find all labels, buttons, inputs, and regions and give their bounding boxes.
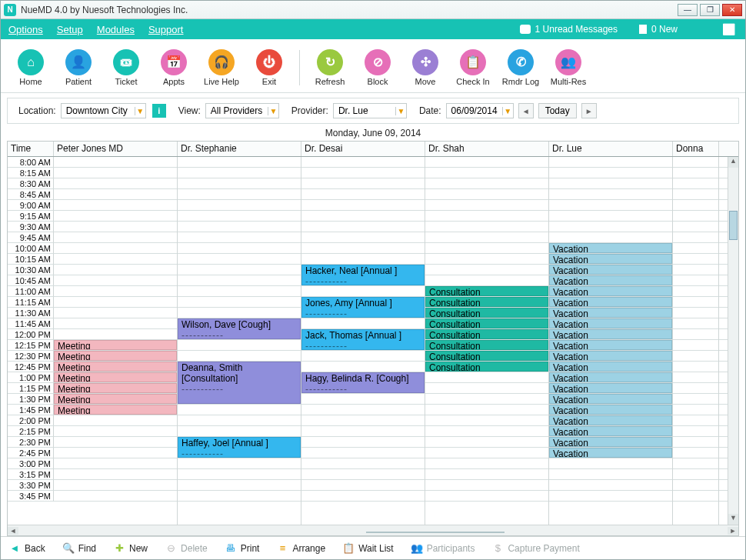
appointment[interactable]: Consultation	[425, 318, 548, 328]
scroll-right-icon[interactable]: ►	[728, 527, 738, 535]
appointment[interactable]: Vacation	[549, 265, 672, 275]
appointment[interactable]: Meeting	[54, 351, 177, 361]
tool-home[interactable]: ⌂Home	[8, 49, 53, 86]
appointment[interactable]: Haffey, Joel [Annual ]-----------	[178, 437, 301, 458]
date-next-button[interactable]: ►	[581, 103, 597, 118]
tool-multi-res[interactable]: 👥Multi-Res	[546, 49, 591, 86]
appointment[interactable]: Meeting	[54, 372, 177, 382]
appointment[interactable]: Meeting	[54, 405, 177, 415]
new-documents[interactable]: 0 New	[639, 24, 678, 35]
view-combo[interactable]: All Providers ▼	[205, 103, 279, 118]
today-button[interactable]: Today	[538, 103, 577, 118]
appointment[interactable]: Vacation	[549, 254, 672, 264]
menu-options[interactable]: Options	[8, 24, 43, 35]
action-new[interactable]: ✚New	[113, 542, 148, 555]
appointment[interactable]: Meeting	[54, 383, 177, 393]
close-button[interactable]: ✕	[722, 4, 742, 16]
appointment-label: Vacation	[553, 362, 588, 372]
appointment[interactable]: Consultation	[425, 351, 548, 361]
appointment[interactable]: Vacation	[549, 372, 672, 382]
appointment[interactable]: Vacation	[549, 275, 672, 285]
tool-refresh[interactable]: ↻Refresh	[308, 49, 352, 86]
appointment[interactable]: Consultation	[425, 286, 548, 296]
appointment[interactable]: Vacation	[549, 426, 672, 436]
appointment[interactable]: Vacation	[549, 383, 672, 393]
chevron-down-icon[interactable]: ▼	[502, 107, 513, 115]
appointment[interactable]: Vacation	[549, 405, 672, 415]
appointment[interactable]: Vacation	[549, 437, 672, 447]
vertical-scrollbar[interactable]: ▲ ▼	[728, 157, 738, 525]
tool-rmdr-log[interactable]: ✆Rmdr Log	[498, 49, 543, 86]
appointment[interactable]: Consultation	[425, 362, 548, 372]
chevron-down-icon[interactable]: ▼	[268, 107, 278, 115]
appointment[interactable]: Vacation	[549, 394, 672, 404]
scroll-thumb[interactable]	[729, 211, 738, 240]
location-info-button[interactable]: i	[152, 104, 166, 118]
appointment[interactable]: Vacation	[549, 340, 672, 350]
action-wait-list[interactable]: 📋Wait List	[342, 542, 394, 555]
hscroll-thumb[interactable]	[366, 532, 505, 533]
unread-messages[interactable]: 1 Unread Messages	[520, 24, 618, 35]
provider-combo[interactable]: Dr. Lue ▼	[333, 103, 407, 118]
appointment[interactable]: Consultation	[425, 308, 548, 318]
appointment[interactable]: Vacation	[549, 362, 672, 372]
appointment[interactable]: Deanna, Smith [Consultation]-----------	[178, 362, 301, 404]
date-combo[interactable]: 06/09/2014 ▼	[446, 103, 514, 118]
appointment[interactable]: Wilson, Dave [Cough]-----------	[178, 318, 301, 339]
provider-header[interactable]: Peter Jones MD	[54, 142, 178, 156]
tool-ticket[interactable]: 🎟Ticket	[104, 49, 148, 86]
action-arrange[interactable]: ≡Arrange	[276, 542, 325, 555]
appointment[interactable]: Vacation	[549, 351, 672, 361]
appointment[interactable]: Meeting	[54, 340, 177, 350]
appointment[interactable]: Vacation	[549, 286, 672, 296]
appointment[interactable]: Vacation	[549, 448, 672, 458]
scroll-down-icon[interactable]: ▼	[728, 514, 738, 525]
tool-check-in[interactable]: 📋Check In	[451, 49, 495, 86]
provider-header[interactable]: Donna	[673, 142, 719, 156]
location-combo[interactable]: Downtown City ▼	[61, 103, 146, 118]
maximize-button[interactable]: ❐	[700, 4, 720, 16]
appointment[interactable]: Consultation	[425, 340, 548, 350]
tool-live-help[interactable]: 🎧Live Help	[199, 49, 244, 86]
appointment[interactable]: Vacation	[549, 329, 672, 339]
provider-header[interactable]: Dr. Shah	[425, 142, 549, 156]
appointment[interactable]: Jack, Thomas [Annual ]-----------	[301, 329, 425, 350]
tool-patient[interactable]: 👤Patient	[56, 49, 101, 86]
appointment[interactable]: Hagy, Belinda R. [Cough]-----------	[301, 372, 425, 393]
appointment[interactable]: Vacation	[549, 243, 672, 253]
chevron-down-icon[interactable]: ▼	[135, 107, 145, 115]
horizontal-scrollbar[interactable]: ◄ ►	[8, 525, 738, 535]
appointment[interactable]: Hacker, Neal [Annual ]-----------	[301, 265, 425, 285]
action-print[interactable]: 🖶Print	[225, 542, 260, 555]
menu-support[interactable]: Support	[148, 24, 184, 35]
menu-setup[interactable]: Setup	[57, 24, 83, 35]
appointment[interactable]: Vacation	[549, 297, 672, 307]
tool-block[interactable]: ⊘Block	[355, 49, 400, 86]
tool-exit[interactable]: ⏻Exit	[247, 49, 291, 86]
action-find[interactable]: 🔍Find	[62, 542, 96, 555]
date-prev-button[interactable]: ◄	[518, 103, 534, 118]
appointment[interactable]: Jones, Amy [Annual ]-----------	[301, 297, 425, 318]
action-back[interactable]: ◄Back	[8, 542, 45, 555]
tool-move[interactable]: ✣Move	[403, 49, 448, 86]
tool-appts[interactable]: 📅Appts	[152, 49, 196, 86]
minimize-button[interactable]: —	[678, 4, 698, 16]
providers-area[interactable]: MeetingMeetingMeetingMeetingMeetingMeeti…	[54, 157, 728, 525]
appointment[interactable]: Consultation	[425, 329, 548, 339]
appointment[interactable]: Consultation	[425, 297, 548, 307]
appointment[interactable]: Vacation	[549, 318, 672, 328]
chevron-down-icon[interactable]: ▼	[395, 107, 406, 115]
appointment[interactable]: Meeting	[54, 394, 177, 404]
provider-header[interactable]: Dr. Stephanie	[178, 142, 301, 156]
unread-label: 1 Unread Messages	[535, 24, 618, 35]
appointment[interactable]: Vacation	[549, 415, 672, 425]
schedule-grid: TimePeter Jones MDDr. StephanieDr. Desai…	[7, 141, 739, 536]
appointment[interactable]: Meeting	[54, 362, 177, 372]
provider-header[interactable]: Dr. Desai	[301, 142, 425, 156]
menu-modules[interactable]: Modules	[97, 24, 135, 35]
scroll-up-icon[interactable]: ▲	[728, 157, 738, 168]
scroll-left-icon[interactable]: ◄	[8, 527, 18, 535]
appointment[interactable]: Vacation	[549, 308, 672, 318]
provider-header[interactable]: Dr. Lue	[549, 142, 673, 156]
time-cell: 3:45 PM	[8, 491, 54, 502]
